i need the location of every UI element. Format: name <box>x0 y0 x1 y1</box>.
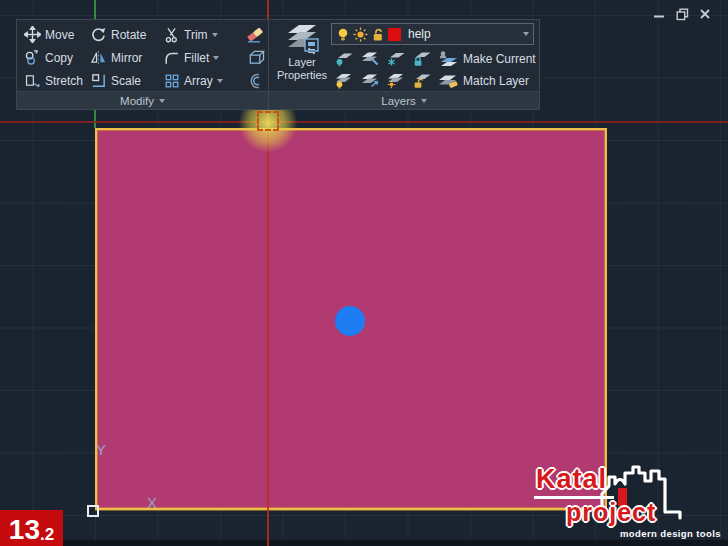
restore-icon[interactable] <box>675 7 689 21</box>
thaw-all-layers-icon <box>386 72 406 89</box>
trim-label: Trim <box>184 28 208 42</box>
ucs-origin-box <box>87 505 99 517</box>
layer-lock-button[interactable] <box>411 49 433 68</box>
make-current-icon <box>437 50 459 68</box>
layer-thaw-sun-icon <box>353 27 368 42</box>
scale-button[interactable]: Scale <box>90 72 164 89</box>
layer-unlock-button[interactable] <box>411 71 433 90</box>
trim-button[interactable]: Trim <box>164 27 242 43</box>
all-layers-on-icon <box>334 72 354 89</box>
modify-panel: Move Rotate Trim <box>17 20 269 109</box>
turn-all-layers-on-button[interactable] <box>333 71 355 90</box>
layer-off-icon <box>334 50 354 67</box>
current-layer-name: help <box>404 27 520 41</box>
explode-button[interactable] <box>242 49 268 66</box>
copy-icon <box>24 49 41 66</box>
layer-properties-label: Layer Properties <box>273 56 331 82</box>
match-layer-button[interactable]: Match Layer <box>437 72 529 90</box>
rotate-label: Rotate <box>111 28 146 42</box>
window-controls <box>652 6 712 22</box>
layers-panel-title-label: Layers <box>381 95 416 107</box>
layer-freeze-icon <box>386 50 406 67</box>
logo-title: Katal <box>536 464 607 495</box>
ucs-x-axis-label: X <box>147 494 157 511</box>
katal-project-logo: Katal project modern design tools <box>528 458 726 544</box>
step-sub-number: .2 <box>40 526 54 544</box>
erase-button[interactable] <box>242 26 268 44</box>
mirror-button[interactable]: Mirror <box>90 49 164 66</box>
mirror-label: Mirror <box>111 51 142 65</box>
step-number-badge: 13.2 <box>0 510 63 546</box>
close-icon[interactable] <box>698 7 712 21</box>
layer-on-bulb-icon <box>336 27 350 42</box>
make-current-label: Make Current <box>463 52 536 66</box>
layer-dropdown[interactable]: help <box>331 23 534 45</box>
ribbon: Move Rotate Trim <box>16 19 540 110</box>
array-label: Array <box>184 74 213 88</box>
rotate-button[interactable]: Rotate <box>90 26 164 43</box>
copy-label: Copy <box>45 51 73 65</box>
erase-icon <box>245 26 265 44</box>
explode-icon <box>246 49 265 66</box>
cursor-pickbox[interactable] <box>257 111 279 131</box>
modify-panel-title-label: Modify <box>120 95 154 107</box>
layer-isolate-icon <box>360 50 380 67</box>
layers-panel-expand-icon <box>421 99 427 103</box>
move-icon <box>24 26 41 43</box>
offset-button[interactable] <box>242 72 268 90</box>
make-current-button[interactable]: Make Current <box>437 50 536 68</box>
fillet-label: Fillet <box>184 51 209 65</box>
layer-lock-icon <box>412 50 432 67</box>
move-label: Move <box>45 28 74 42</box>
scale-label: Scale <box>111 74 141 88</box>
match-layer-icon <box>437 72 459 90</box>
array-dropdown-arrow-icon[interactable] <box>217 79 223 83</box>
layer-dropdown-arrow-icon[interactable] <box>523 32 529 36</box>
stretch-button[interactable]: Stretch <box>24 72 90 89</box>
layers-panel: Layer Properties help <box>269 20 539 109</box>
layer-properties-icon <box>284 22 320 56</box>
logo-tagline: modern design tools <box>616 528 721 539</box>
layer-color-swatch <box>388 28 401 41</box>
autocad-window: Y X 13.2 Katal project modern design too… <box>0 0 728 546</box>
modify-panel-title[interactable]: Modify <box>17 91 268 109</box>
move-button[interactable]: Move <box>24 26 90 43</box>
offset-icon <box>246 72 264 90</box>
stretch-icon <box>24 72 41 89</box>
thaw-all-layers-button[interactable] <box>385 71 407 90</box>
layer-unlock-small-icon <box>412 72 432 89</box>
trim-dropdown-arrow-icon[interactable] <box>212 33 218 37</box>
layer-unisolate-button[interactable] <box>359 71 381 90</box>
match-layer-label: Match Layer <box>463 74 529 88</box>
modify-panel-expand-icon <box>159 99 165 103</box>
array-icon <box>164 73 180 89</box>
layer-isolate-button[interactable] <box>359 49 381 68</box>
layer-off-button[interactable] <box>333 49 355 68</box>
logo-subtitle: project <box>566 498 656 527</box>
layers-panel-title[interactable]: Layers <box>269 91 539 109</box>
mirror-icon <box>90 49 107 66</box>
stretch-label: Stretch <box>45 74 83 88</box>
rotate-icon <box>90 26 107 43</box>
array-button[interactable]: Array <box>164 73 242 89</box>
copy-button[interactable]: Copy <box>24 49 90 66</box>
layer-unlock-icon <box>371 27 385 42</box>
crosshair-horizontal-line <box>0 121 728 123</box>
trim-icon <box>164 27 180 43</box>
circle-object[interactable] <box>335 306 365 336</box>
layer-freeze-button[interactable] <box>385 49 407 68</box>
minimize-icon[interactable] <box>652 7 666 21</box>
step-number: 13 <box>9 516 40 544</box>
scale-icon <box>90 72 107 89</box>
layer-properties-button[interactable]: Layer Properties <box>273 22 331 92</box>
fillet-icon <box>164 50 180 66</box>
fillet-button[interactable]: Fillet <box>164 50 242 66</box>
ucs-y-axis-label: Y <box>96 441 106 458</box>
layer-unisolate-icon <box>360 72 380 89</box>
fillet-dropdown-arrow-icon[interactable] <box>213 56 219 60</box>
